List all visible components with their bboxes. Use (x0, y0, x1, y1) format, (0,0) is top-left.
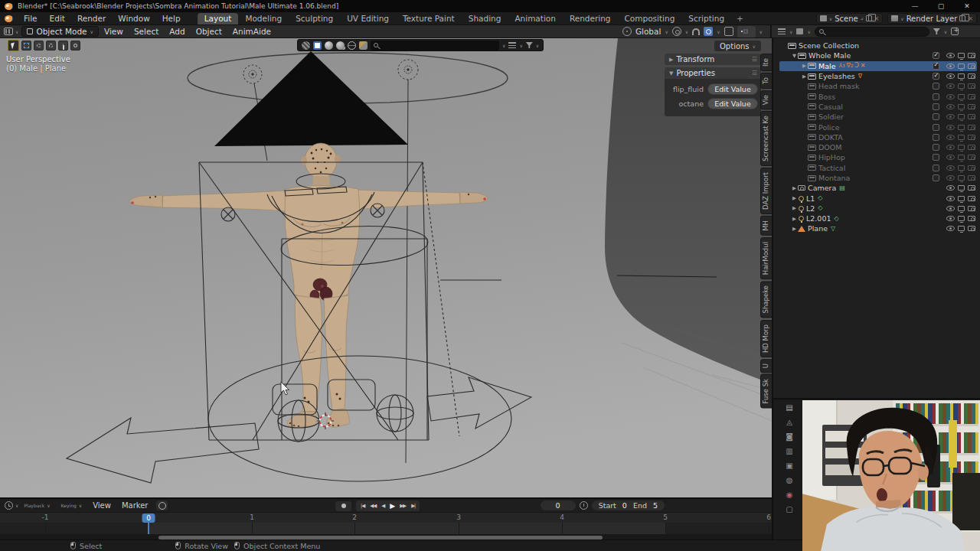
outliner-row[interactable]: Soldier (779, 112, 977, 122)
outliner-item-label[interactable]: Casual (818, 103, 843, 111)
disclosure-arrow-icon[interactable]: ▶ (791, 195, 798, 201)
transport-button-prev-key[interactable]: ◀◀ (370, 503, 376, 509)
scene-selector[interactable]: ∨ Scene ⟓ ✕ (816, 13, 883, 24)
list-view-icon[interactable] (508, 42, 516, 48)
outliner-row[interactable]: ▶ L2.001 ◇ (779, 214, 977, 223)
new-scene-icon[interactable] (866, 15, 872, 21)
transport-button-next-key[interactable]: ▶▶ (400, 503, 406, 509)
disable-in-viewports-icon[interactable] (958, 165, 965, 171)
auto-keying-button[interactable] (335, 501, 351, 511)
selectability-checkbox[interactable] (933, 124, 939, 131)
workspace-tab[interactable]: Rendering (563, 13, 618, 24)
float-tool-icon-world[interactable] (348, 41, 356, 50)
workspace-tab[interactable]: Sculpting (289, 13, 340, 24)
selectability-checkbox[interactable] (933, 63, 939, 70)
outliner-row[interactable]: DOOM (779, 142, 977, 152)
transport-button-jump-end[interactable]: ▶| (411, 503, 415, 509)
disable-in-viewports-icon[interactable] (958, 73, 965, 79)
outliner-filter-icon[interactable] (796, 28, 803, 34)
disable-in-renders-icon[interactable] (968, 104, 975, 109)
outliner-item-label[interactable]: L2.001 (806, 214, 831, 223)
hide-in-viewport-icon[interactable] (946, 165, 955, 171)
hide-in-viewport-icon[interactable] (946, 196, 955, 201)
float-tool-icon-spheres[interactable] (336, 41, 345, 50)
outliner-item-label[interactable]: Police (818, 123, 840, 132)
hide-in-viewport-icon[interactable] (946, 64, 955, 69)
selectability-checkbox[interactable] (933, 113, 939, 120)
float-tool-icon-falloff[interactable] (302, 41, 310, 50)
menu-edit[interactable]: Edit (44, 12, 71, 25)
disable-in-viewports-icon[interactable] (958, 125, 965, 130)
shading-mode-wireframe[interactable] (741, 31, 743, 32)
new-collection-icon[interactable] (951, 28, 959, 35)
menu-window[interactable]: Window (112, 12, 155, 25)
disclosure-arrow-icon[interactable]: ▶ (801, 63, 808, 69)
outliner-item-label[interactable]: L1 (806, 194, 815, 203)
pin-icon[interactable]: ⟓ (861, 15, 864, 22)
new-layer-icon[interactable] (959, 15, 965, 21)
current-frame-field[interactable]: 0 (541, 500, 576, 510)
viewport-menu-animaide[interactable]: AnimAide (227, 27, 276, 36)
tool-icon-move[interactable] (58, 41, 68, 51)
outliner-item-label[interactable]: Scene Collection (799, 41, 859, 50)
disable-in-renders-icon[interactable] (968, 226, 975, 231)
mode-selector[interactable]: Object Mode ∨ (21, 26, 99, 37)
outliner-item-label[interactable]: Whole Male (808, 51, 851, 60)
proper-tab-icon-output[interactable]: ▥ (786, 448, 792, 455)
outliner-row[interactable]: ▶ Male ⅄₃∇₂Ɔ✕ (779, 61, 977, 71)
outliner-row[interactable]: ▶ Camera ▤ (779, 183, 977, 193)
selectability-checkbox[interactable] (933, 144, 939, 151)
float-tool-icon-annotate[interactable] (313, 41, 322, 50)
outliner-item-label[interactable]: Montana (818, 174, 850, 182)
viewport-menu-select[interactable]: Select (129, 27, 164, 36)
proper-tab-icon-editor-menu[interactable]: ▤ (786, 404, 792, 412)
disable-in-viewports-icon[interactable] (958, 114, 965, 119)
edit-value-button[interactable]: Edit Value (707, 83, 758, 95)
use-preview-range-icon[interactable] (580, 501, 588, 510)
hide-in-viewport-icon[interactable] (946, 73, 955, 79)
outliner-row[interactable]: ▶ L1 ◇ (779, 193, 977, 203)
disable-in-viewports-icon[interactable] (958, 135, 965, 140)
blender-menu-icon[interactable] (5, 15, 13, 22)
snap-magnet-icon[interactable] (692, 28, 700, 35)
tool-icon-cursor[interactable] (8, 40, 19, 51)
disable-in-viewports-icon[interactable] (958, 206, 965, 211)
snap-target-icon[interactable] (672, 27, 681, 36)
hide-in-viewport-icon[interactable] (946, 94, 955, 99)
disable-in-viewports-icon[interactable] (958, 185, 965, 191)
disable-in-viewports-icon[interactable] (958, 196, 965, 201)
timeline-tracks[interactable] (0, 523, 772, 534)
hide-in-viewport-icon[interactable] (946, 145, 955, 150)
workspace-tab[interactable]: Texture Paint (396, 13, 462, 24)
proper-tab-icon-view-layer[interactable]: ▣ (786, 462, 792, 470)
disable-in-viewports-icon[interactable] (958, 53, 965, 58)
timeline-menu[interactable]: Playback∨ (18, 501, 55, 510)
n-panel-tab-daz-import[interactable]: DAZ Import (760, 168, 772, 214)
n-panel-tab-vie[interactable]: Vie (760, 90, 772, 109)
properties-panel-header[interactable]: ▼ Properties☰ (665, 67, 761, 79)
transport-button-play-rev[interactable]: ◀ (381, 503, 384, 509)
disable-in-viewports-icon[interactable] (958, 216, 965, 221)
viewport-menu-add[interactable]: Add (164, 27, 190, 36)
outliner-item-label[interactable]: Camera (808, 184, 836, 192)
outliner-row[interactable]: Boss (779, 91, 977, 101)
minimize-button[interactable]: — (902, 0, 928, 12)
disable-in-viewports-icon[interactable] (958, 145, 965, 150)
disable-in-viewports-icon[interactable] (958, 94, 965, 99)
proper-tab-icon-tool[interactable]: ◬ (786, 419, 792, 426)
disable-in-renders-icon[interactable] (968, 64, 975, 69)
outliner-item-label[interactable]: DOKTA (818, 133, 843, 142)
hide-in-viewport-icon[interactable] (946, 155, 955, 160)
outliner-row[interactable]: HipHop (779, 152, 977, 162)
menu-file[interactable]: File (18, 12, 44, 25)
outliner-item-label[interactable]: Male (818, 62, 836, 70)
hide-in-viewport-icon[interactable] (946, 226, 955, 231)
viewport-menu-view[interactable]: View (99, 27, 129, 36)
disable-in-renders-icon[interactable] (968, 196, 975, 201)
timeline-editor-icon[interactable] (5, 501, 13, 510)
outliner-item-label[interactable]: Head mask (818, 82, 859, 90)
outliner-row[interactable]: ▼ Whole Male (779, 51, 977, 60)
selectability-checkbox[interactable] (933, 103, 939, 110)
tool-icon-select-circle[interactable] (34, 41, 44, 51)
hide-in-viewport-icon[interactable] (946, 175, 955, 181)
